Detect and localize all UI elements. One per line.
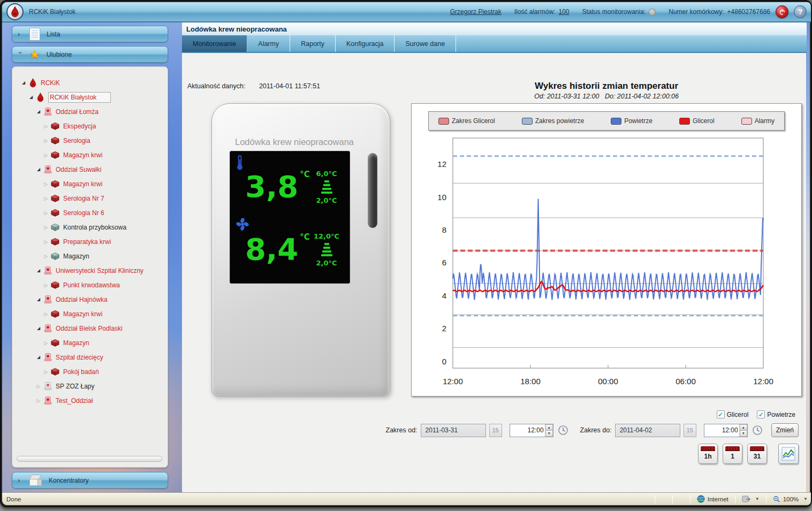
tree-collapsed-icon[interactable]: ▷ [42, 283, 50, 288]
tree-collapsed-icon[interactable]: ▷ [42, 124, 50, 129]
alarms-count-link[interactable]: 100 [558, 8, 569, 16]
tree-item-serologia[interactable]: ▷Serologia [17, 133, 165, 148]
tree-item-oddział-łomża[interactable]: ◢Oddział Łomża [17, 104, 165, 119]
spin-up-icon[interactable]: ▲ [740, 424, 747, 431]
tree-collapsed-icon[interactable]: ▷ [42, 254, 50, 259]
svg-text:12:00: 12:00 [753, 377, 773, 386]
tree-collapsed-icon[interactable]: ▷ [42, 196, 50, 201]
tree-collapsed-icon[interactable]: ▷ [42, 210, 50, 216]
tree-collapsed-icon[interactable]: ▷ [42, 225, 50, 230]
chart-plot: 02468101212:0018:0000:0006:0012:00 [416, 135, 798, 397]
tree-item-serologia-nr-6[interactable]: ▷Serologia Nr 6 [17, 205, 165, 220]
tree-collapsed-icon[interactable]: ▷ [35, 398, 42, 403]
chart-legend: Zakres GlicerolZakres powietrzePowietrze… [428, 111, 785, 131]
tree-item-test-oddział[interactable]: ▷Test_Oddział [17, 393, 165, 408]
tab-konfiguracja[interactable]: Konfiguracja [336, 35, 395, 52]
svg-text:2: 2 [442, 324, 446, 333]
tree-item-uniwersytecki-szpital-kliniczny[interactable]: ◢Uniwersytecki Szpital Kliniczny [17, 263, 165, 278]
tree-expanded-icon[interactable]: ◢ [35, 326, 42, 331]
checkbox-check-icon[interactable]: ✓ [717, 410, 725, 418]
spin-up-icon[interactable]: ▲ [545, 424, 553, 431]
tree-expanded-icon[interactable]: ◢ [20, 80, 27, 85]
tree-item-punkt-krwodawstwa[interactable]: ▷Punkt krwodawstwa [17, 278, 165, 292]
tree-collapsed-icon[interactable]: ▷ [42, 239, 50, 245]
spin-down-icon[interactable]: ▼ [740, 430, 747, 437]
dept-icon [42, 266, 53, 275]
tree-expanded-icon[interactable]: ◢ [27, 95, 35, 100]
tree-item-sp-zoz-łapy[interactable]: ▷SP ZOZ Łapy [17, 379, 165, 393]
tree-item-oddział-hajnówka[interactable]: ◢Oddział Hajnówka [17, 292, 165, 307]
glicerol-checkbox[interactable]: ✓Glicerol [717, 410, 749, 418]
tree-collapsed-icon[interactable]: ▷ [42, 369, 50, 375]
tree-collapsed-icon[interactable]: ▷ [42, 181, 50, 187]
tree-item-label: Serologia Nr 6 [63, 209, 104, 217]
tree-collapsed-icon[interactable]: ▷ [42, 152, 50, 158]
powietrze-checkbox[interactable]: ✓Powietrze [757, 410, 795, 418]
tab-alarmy[interactable]: Alarmy [247, 35, 290, 52]
sidebar-item-ulubione[interactable]: › ★ Ulubione [12, 46, 168, 63]
checkbox-check-icon[interactable]: ✓ [757, 410, 765, 418]
logout-power-icon[interactable] [776, 5, 788, 18]
tree-expanded-icon[interactable]: ◢ [35, 297, 42, 302]
quick-range-button-1[interactable]: 1 [723, 444, 742, 464]
tree-item-kontrola-przyboksowa[interactable]: ▷Kontrola przyboksowa [17, 220, 165, 234]
tree-item-magazyn-krwi[interactable]: ▷Magazyn krwi [17, 177, 165, 191]
zoom-control[interactable]: 100% ▼ [769, 495, 812, 503]
drop-icon [35, 93, 45, 102]
calendar-icon [701, 446, 715, 451]
clock-icon[interactable] [558, 425, 568, 436]
tab-raporty[interactable]: Raporty [290, 35, 336, 52]
tree-item-serologia-nr-7[interactable]: ▷Serologia Nr 7 [17, 191, 165, 205]
tree-expanded-icon[interactable]: ◢ [35, 268, 42, 273]
tree-item-label: Serologia Nr 7 [63, 195, 104, 202]
horizontal-scrollbar[interactable] [17, 456, 162, 462]
tree-item-magazyn[interactable]: ▷Magazyn [17, 249, 165, 263]
calendar-picker-button[interactable]: 15 [684, 424, 696, 437]
tree-item-oddział-suwałki[interactable]: ◢Oddział Suwałki [17, 162, 165, 177]
tree-expanded-icon[interactable]: ◢ [35, 355, 42, 360]
tree-item-oddział-bielsk-podlaski[interactable]: ◢Oddział Bielsk Podlaski [17, 321, 165, 335]
tree-item-rckik[interactable]: ◢RCKiK [17, 75, 165, 90]
fridge-device: Lodówka krew nieopracowana 3,8°C 6,0°C 2… [211, 103, 390, 396]
dropdown-arrow-icon: ▼ [755, 497, 760, 501]
tree-item-magazyn[interactable]: ▷Magazyn [17, 335, 165, 350]
sidebar-item-lista[interactable]: › Lista [12, 26, 168, 42]
sidebar-item-koncentratory[interactable]: › Koncentratory [12, 472, 168, 489]
tab-monitorowanie[interactable]: Monitorowanie [182, 35, 247, 52]
calendar-picker-button[interactable]: 15 [489, 424, 502, 437]
legend-swatch [611, 118, 621, 125]
tree-collapsed-icon[interactable]: ▷ [35, 384, 42, 389]
help-icon[interactable]: ? [794, 5, 807, 18]
svg-text:18:00: 18:00 [520, 377, 541, 386]
date-to-field[interactable]: 2011-04-02 [615, 424, 680, 437]
tree-item-preparatyka-krwi[interactable]: ▷Preparatyka krwi [17, 234, 165, 249]
favorites-tree-panel: ◢RCKiK◢RCKiK Białystok◢Oddział Łomża▷Eks… [12, 66, 168, 468]
tree-item-pokój-badań[interactable]: ▷Pokój badań [17, 364, 165, 379]
tree-expanded-icon[interactable]: ◢ [35, 109, 42, 114]
tree-collapsed-icon[interactable]: ▷ [42, 311, 50, 317]
tree-item-magazyn-krwi[interactable]: ▷Magazyn krwi [17, 148, 165, 162]
tree-collapsed-icon[interactable]: ▷ [42, 138, 50, 143]
spin-down-icon[interactable]: ▼ [545, 430, 553, 437]
quick-range-button-1h[interactable]: 1h [698, 444, 718, 464]
time-from-field[interactable]: 12:00 ▲▼ [510, 424, 553, 437]
tree-item-magazyn-krwi[interactable]: ▷Magazyn krwi [17, 307, 165, 321]
user-link[interactable]: Grzegorz Piestrak [450, 8, 502, 16]
tree-item-rckik-białystok[interactable]: ◢RCKiK Białystok [17, 90, 165, 104]
tab-surowe-dane[interactable]: Surowe dane [394, 35, 456, 52]
quick-range-button-31[interactable]: 31 [747, 444, 767, 464]
change-button[interactable]: Zmień [771, 423, 799, 437]
tree-item-ekspedycja[interactable]: ▷Ekspedycja [17, 119, 165, 133]
level-bars-icon [310, 180, 343, 194]
main-area: Lodówka krew nieopracowana Monitorowanie… [182, 22, 807, 494]
upper-temp-value: 3,8°C [245, 172, 308, 202]
date-from-field[interactable]: 2011-03-31 [421, 424, 486, 437]
tabstrip: MonitorowanieAlarmyRaportyKonfiguracjaSu… [182, 35, 807, 53]
tree-item-szpital-dziecięcy[interactable]: ◢Szpital dziecięcy [17, 350, 165, 364]
tree-expanded-icon[interactable]: ◢ [35, 167, 42, 172]
tree-collapsed-icon[interactable]: ▷ [42, 340, 50, 346]
protected-mode-control[interactable]: ▼ [738, 495, 764, 502]
time-to-field[interactable]: 12:00 ▲▼ [704, 424, 748, 437]
clock-icon[interactable] [752, 425, 763, 436]
show-chart-button[interactable] [778, 444, 799, 464]
